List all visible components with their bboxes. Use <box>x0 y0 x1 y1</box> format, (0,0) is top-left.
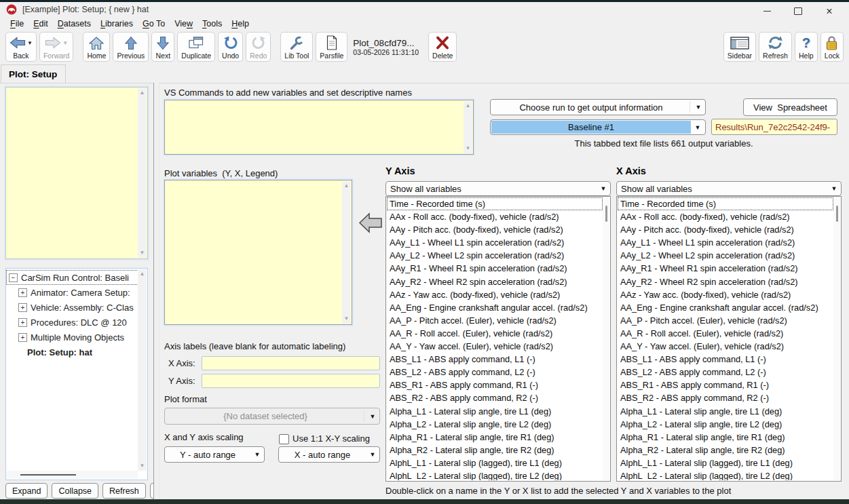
duplicate-button[interactable]: Duplicate <box>177 32 215 62</box>
variable-item[interactable]: AAy_R2 - Wheel R2 spin acceleration (rad… <box>387 275 603 288</box>
variable-item[interactable]: Time - Recorded time (s) <box>387 197 603 210</box>
variable-item[interactable]: Alpha_R1 - Lateral slip angle, tire R1 (… <box>387 431 603 444</box>
variable-item[interactable]: AAx - Roll acc. (body-fixed), vehicle (r… <box>618 210 833 223</box>
plot-variables-scrollbar[interactable]: ▲ ▼ <box>342 181 351 324</box>
tree-item[interactable]: +Animator: Camera Setup: <box>6 285 138 300</box>
scrollbar-thumb[interactable] <box>605 206 607 222</box>
home-button[interactable]: Home <box>83 32 110 62</box>
lib-tool-button[interactable]: Lib Tool <box>280 32 313 62</box>
variable-item[interactable]: AAy_R1 - Wheel R1 spin acceleration (rad… <box>387 262 603 275</box>
variable-item[interactable]: Time - Recorded time (s) <box>618 197 833 210</box>
tree-item[interactable]: +Vehicle: Assembly: C-Clas <box>6 300 138 315</box>
x-axis-filter-select[interactable]: Show all variables ▼ <box>616 181 842 196</box>
collapse-node-icon[interactable]: − <box>9 273 18 282</box>
delete-button[interactable]: Delete <box>428 32 457 62</box>
transfer-left-arrow-icon[interactable] <box>358 210 383 235</box>
variable-item[interactable]: ABS_R2 - ABS apply command, R2 (-) <box>387 391 603 404</box>
vs-commands-scrollbar[interactable]: ▲ ▼ <box>464 101 472 153</box>
scroll-up-icon[interactable]: ▲ <box>140 88 145 98</box>
y-scale-select[interactable]: Y - auto range ▼ <box>164 446 265 463</box>
preview-scrollbar[interactable]: ▲ ▼ <box>138 88 147 258</box>
variable-item[interactable]: ABS_L2 - ABS apply command, L2 (-) <box>618 366 833 379</box>
menu-help[interactable]: Help <box>227 18 254 29</box>
plot-format-select[interactable]: {No dataset selected} ▼ <box>164 408 380 425</box>
expand-node-icon[interactable]: + <box>18 318 27 327</box>
variable-item[interactable]: ABS_R2 - ABS apply command, R2 (-) <box>618 391 833 404</box>
scroll-down-icon[interactable]: ▼ <box>140 248 145 258</box>
variable-item[interactable]: AAy - Pitch acc. (body-fixed), vehicle (… <box>618 223 833 236</box>
scroll-up-icon[interactable]: ▲ <box>140 269 145 279</box>
expand-node-icon[interactable]: + <box>18 333 27 342</box>
variable-item[interactable]: Alpha_R2 - Lateral slip angle, tire R2 (… <box>618 444 833 457</box>
variable-item[interactable]: AAy - Pitch acc. (body-fixed), vehicle (… <box>387 223 603 236</box>
menu-view[interactable]: View <box>170 18 197 29</box>
lock-button[interactable]: Lock <box>820 32 844 62</box>
scroll-down-icon[interactable]: ▼ <box>466 144 471 153</box>
redo-button[interactable]: Redo <box>246 32 271 62</box>
scroll-up-icon[interactable]: ▲ <box>344 181 350 191</box>
plot-variables-input[interactable]: ▲ ▼ <box>164 180 352 325</box>
variable-item[interactable]: AA_Eng - Engine crankshaft angular accel… <box>618 301 833 314</box>
variable-item[interactable]: ABS_L1 - ABS apply command, L1 (-) <box>387 353 603 366</box>
variable-item[interactable]: AA_R - Roll accel. (Euler), vehicle (rad… <box>618 327 833 340</box>
y-axis-filter-select[interactable]: Show all variables ▼ <box>385 181 611 196</box>
variable-item[interactable]: AAy_L2 - Wheel L2 spin acceleration (rad… <box>618 249 833 262</box>
tree-item[interactable]: Plot: Setup: hat <box>6 345 138 360</box>
expand-node-icon[interactable]: + <box>18 303 27 312</box>
scroll-up-icon[interactable]: ▲ <box>466 101 471 111</box>
variable-item[interactable]: Alpha_L2 - Lateral slip angle, tire L2 (… <box>387 418 603 431</box>
help-button[interactable]: ? Help <box>795 32 818 62</box>
variable-item[interactable]: Alpha_L1 - Lateral slip angle, tire L1 (… <box>618 405 833 418</box>
tree-item[interactable]: −CarSim Run Control: Baseli <box>6 270 138 285</box>
variable-item[interactable]: AAy_L2 - Wheel L2 spin acceleration (rad… <box>387 249 603 262</box>
next-button[interactable]: Next <box>151 32 174 62</box>
back-button[interactable]: ▼ Back <box>5 32 37 62</box>
preview-pane[interactable]: ▲ ▼ <box>5 87 148 259</box>
collapse-button[interactable]: Collapse <box>52 483 98 499</box>
refresh-tree-button[interactable]: Refresh <box>102 483 146 499</box>
parsfile-button[interactable]: Parsfile <box>316 32 347 62</box>
y-axis-input[interactable] <box>202 374 380 388</box>
expand-node-icon[interactable]: + <box>18 288 27 297</box>
y-axis-scrollbar[interactable] <box>603 197 609 480</box>
x-axis-input[interactable] <box>202 356 380 370</box>
vs-commands-input[interactable]: ▲ ▼ <box>164 100 474 155</box>
variable-item[interactable]: AlphL_L2 - Lateral slip (lagged), tire L… <box>387 469 603 480</box>
variable-item[interactable]: AA_R - Roll accel. (Euler), vehicle (rad… <box>387 327 603 340</box>
variable-item[interactable]: Alpha_L1 - Lateral slip angle, tire L1 (… <box>387 405 603 418</box>
scrollbar-thumb[interactable] <box>20 474 76 476</box>
menu-edit[interactable]: Edit <box>29 18 53 29</box>
variable-item[interactable]: AAy_R1 - Wheel R1 spin acceleration (rad… <box>618 262 833 275</box>
variable-item[interactable]: Alpha_R2 - Lateral slip angle, tire R2 (… <box>387 444 603 457</box>
variable-item[interactable]: ABS_R1 - ABS apply command, R1 (-) <box>618 379 833 391</box>
variable-item[interactable]: AA_Eng - Engine crankshaft angular accel… <box>387 301 603 314</box>
menu-go-to[interactable]: Go To <box>138 18 170 29</box>
tab-plot-setup[interactable]: Plot: Setup <box>1 64 66 83</box>
menu-libraries[interactable]: Libraries <box>96 18 138 29</box>
scroll-down-icon[interactable]: ▼ <box>344 314 350 324</box>
variable-item[interactable]: AA_Y - Yaw accel. (Euler), vehicle (rad/… <box>387 340 603 353</box>
variable-item[interactable]: AAx - Roll acc. (body-fixed), vehicle (r… <box>387 210 603 223</box>
variable-item[interactable]: AAy_L1 - Wheel L1 spin acceleration (rad… <box>387 236 603 249</box>
variable-item[interactable]: AlphL_L1 - Lateral slip (lagged), tire L… <box>618 457 833 469</box>
variable-item[interactable]: AA_P - Pitch accel. (Euler), vehicle (ra… <box>387 314 603 327</box>
variable-item[interactable]: AlphL_L2 - Lateral slip (lagged), tire L… <box>618 469 833 480</box>
variable-item[interactable]: Alpha_L2 - Lateral slip angle, tire L2 (… <box>618 418 833 431</box>
scroll-down-icon[interactable]: ▼ <box>140 461 145 471</box>
variable-item[interactable]: AAz - Yaw acc. (body-fixed), vehicle (ra… <box>387 288 603 301</box>
tree-hscrollbar[interactable] <box>7 471 138 479</box>
expand-button[interactable]: Expand <box>5 483 48 499</box>
menu-tools[interactable]: Tools <box>197 18 227 29</box>
scrollbar-thumb[interactable] <box>836 206 838 222</box>
menu-datasets[interactable]: Datasets <box>53 18 96 29</box>
view-spreadsheet-button[interactable]: View Spreadsheet <box>743 98 837 116</box>
variable-item[interactable]: Alpha_R1 - Lateral slip angle, tire R1 (… <box>618 431 833 444</box>
run-select[interactable]: Baseline #1 ▼ <box>490 119 706 135</box>
tree-item[interactable]: +Procedures: DLC @ 120 <box>6 315 138 330</box>
variable-item[interactable]: ABS_L2 - ABS apply command, L2 (-) <box>387 366 603 379</box>
variable-item[interactable]: AAy_L1 - Wheel L1 spin acceleration (rad… <box>618 236 833 249</box>
variable-item[interactable]: AAz - Yaw acc. (body-fixed), vehicle (ra… <box>618 288 833 301</box>
forward-button[interactable]: ▼ Forward <box>39 32 74 62</box>
variable-item[interactable]: AAy_R2 - Wheel R2 spin acceleration (rad… <box>618 275 833 288</box>
x-scale-select[interactable]: X - auto range ▼ <box>278 446 380 463</box>
